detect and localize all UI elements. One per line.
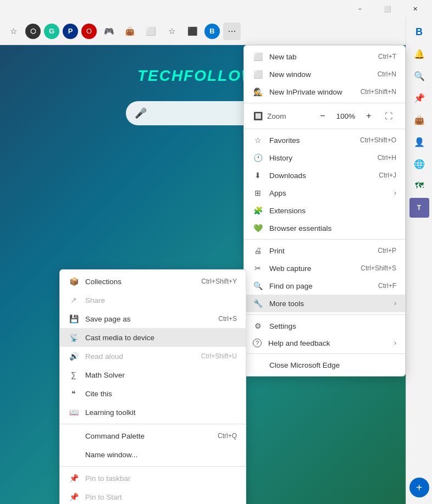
split-screen-icon[interactable]: ⬜: [142, 23, 159, 40]
window-icon: ⬜: [253, 69, 263, 79]
apps-label: Apps: [269, 189, 286, 197]
help-icon: ?: [253, 339, 262, 347]
media-icon[interactable]: ⬛: [184, 23, 201, 40]
read-aloud-shortcut: Ctrl+Shift+U: [201, 352, 237, 360]
help-label: Help and feedback: [268, 339, 330, 347]
downloads-item[interactable]: ⬇ Downloads Ctrl+J: [244, 167, 405, 184]
essentials-label: Browser essentials: [269, 224, 331, 232]
extensions-label: Extensions: [269, 207, 306, 215]
read-aloud-item[interactable]: 🔊 Read aloud Ctrl+Shift+U: [60, 347, 246, 365]
math-solver-item[interactable]: ∑ Math Solver: [60, 365, 246, 384]
zoom-fullscreen-button[interactable]: ⛶: [381, 108, 396, 124]
downloads-icon: ⬇: [253, 170, 263, 180]
share-label: Share: [85, 296, 105, 304]
find-on-page-item[interactable]: 🔍 Find on page Ctrl+F: [244, 277, 405, 295]
history-item[interactable]: 🕐 History Ctrl+H: [244, 149, 405, 167]
paypal-icon[interactable]: P: [63, 24, 78, 39]
divider-5: [244, 353, 405, 354]
command-label: Command Palette: [85, 432, 145, 440]
notification-icon[interactable]: 🔔: [409, 44, 429, 64]
essentials-icon: 💚: [253, 223, 263, 233]
close-button[interactable]: ✕: [402, 0, 428, 18]
grammarly-icon[interactable]: G: [44, 24, 59, 39]
collections-label: Collections: [85, 278, 121, 286]
favorites-item[interactable]: ☆ Favorites Ctrl+Shift+O: [244, 131, 405, 149]
divider-1: [244, 103, 405, 103]
wallet-icon[interactable]: 👜: [121, 23, 139, 40]
close-edge-item[interactable]: Close Microsoft Edge: [244, 356, 405, 374]
new-tab-item[interactable]: ⬜ New tab Ctrl+T: [244, 48, 405, 65]
web-capture-item[interactable]: ✂ Web capture Ctrl+Shift+S: [244, 259, 405, 277]
minimize-button[interactable]: −: [347, 0, 373, 18]
math-solver-label: Math Solver: [85, 371, 125, 379]
learning-toolkit-item[interactable]: 📖 Learning toolkit: [60, 403, 246, 422]
name-window-label: Name window...: [85, 451, 137, 459]
new-tab-shortcut: Ctrl+T: [378, 53, 396, 60]
inprivate-icon: 🕵: [253, 87, 263, 97]
cite-this-item[interactable]: ❝ Cite this: [60, 384, 246, 403]
games-icon[interactable]: 🎮: [100, 23, 118, 40]
wallet-sidebar-icon[interactable]: 👜: [409, 110, 429, 130]
pin-start-item[interactable]: 📌 Pin to Start: [60, 488, 246, 504]
divider-2: [244, 129, 405, 129]
pin-sidebar-icon[interactable]: 📌: [409, 88, 429, 108]
print-item[interactable]: 🖨 Print Ctrl+P: [244, 242, 405, 259]
find-icon: 🔍: [253, 281, 263, 291]
print-shortcut: Ctrl+P: [378, 247, 396, 254]
favorites-icon[interactable]: ☆: [163, 23, 180, 40]
apps-item[interactable]: ⊞ Apps ›: [244, 184, 405, 202]
more-tools-item[interactable]: 🔧 More tools ›: [244, 295, 405, 312]
edge-sidebar-icon[interactable]: 🌐: [409, 154, 429, 174]
zoom-decrease-button[interactable]: −: [315, 108, 330, 124]
mic-icon[interactable]: 🎤: [135, 107, 147, 119]
cast-item[interactable]: 📡 Cast media to device: [60, 328, 246, 347]
more-tools-label: More tools: [269, 300, 304, 308]
extension-circle-icon[interactable]: ⬡: [25, 24, 41, 39]
person-sidebar-icon[interactable]: 👤: [409, 132, 429, 152]
new-inprivate-item[interactable]: 🕵 New InPrivate window Ctrl+Shift+N: [244, 83, 405, 101]
collections-item[interactable]: 📦 Collections Ctrl+Shift+Y: [60, 272, 246, 291]
pin-start-icon: 📌: [69, 492, 79, 502]
more-tools-chevron-icon: ›: [394, 300, 396, 307]
capture-icon: ✂: [253, 263, 263, 273]
extensions-item[interactable]: 🧩 Extensions: [244, 202, 405, 219]
new-window-item[interactable]: ⬜ New window Ctrl+N: [244, 65, 405, 83]
favorites-label: Favorites: [269, 136, 300, 145]
star-icon[interactable]: ☆: [4, 23, 22, 40]
settings-item[interactable]: ⚙ Settings: [244, 317, 405, 335]
zoom-increase-button[interactable]: +: [361, 108, 376, 124]
search-sidebar-icon[interactable]: 🔍: [409, 66, 429, 86]
cast-label: Cast media to device: [85, 334, 154, 342]
bing-rewards-icon[interactable]: B: [204, 24, 220, 39]
learning-label: Learning toolkit: [85, 408, 136, 417]
save-page-item[interactable]: 💾 Save page as Ctrl+S: [60, 309, 246, 328]
help-feedback-item[interactable]: ? Help and feedback ›: [244, 335, 405, 351]
more-tools-icon: 🔧: [253, 298, 263, 308]
close-edge-icon: [253, 360, 263, 370]
settings-label: Settings: [269, 322, 296, 330]
browser-essentials-item[interactable]: 💚 Browser essentials: [244, 219, 405, 237]
title-bar: − ⬜ ✕: [0, 0, 432, 18]
cast-icon: 📡: [69, 333, 79, 342]
pin-taskbar-item[interactable]: 📌 Pin to taskbar: [60, 469, 246, 488]
pin-taskbar-label: Pin to taskbar: [85, 474, 131, 483]
opera-icon[interactable]: O: [81, 24, 97, 39]
zoom-value: 100%: [335, 112, 357, 120]
more-tools-submenu: 📦 Collections Ctrl+Shift+Y ↗ Share 💾 Sav…: [59, 269, 246, 504]
capture-shortcut: Ctrl+Shift+S: [361, 264, 396, 272]
teams-sidebar-icon[interactable]: T: [409, 198, 429, 218]
command-shortcut: Ctrl+Q: [218, 432, 237, 440]
share-item[interactable]: ↗ Share: [60, 291, 246, 309]
bing-sidebar-icon[interactable]: B: [409, 22, 429, 42]
maximize-button[interactable]: ⬜: [375, 0, 400, 18]
find-label: Find on page: [269, 282, 313, 290]
name-window-icon: [69, 450, 79, 459]
math-icon: ∑: [69, 370, 79, 380]
capture-label: Web capture: [269, 264, 311, 273]
new-window-label: New window: [269, 70, 311, 79]
map-sidebar-icon[interactable]: 🗺: [409, 176, 429, 196]
name-window-item[interactable]: Name window...: [60, 445, 246, 464]
command-palette-item[interactable]: Command Palette Ctrl+Q: [60, 427, 246, 445]
add-sidebar-button[interactable]: +: [409, 478, 429, 497]
more-menu-button[interactable]: ···: [223, 23, 241, 40]
